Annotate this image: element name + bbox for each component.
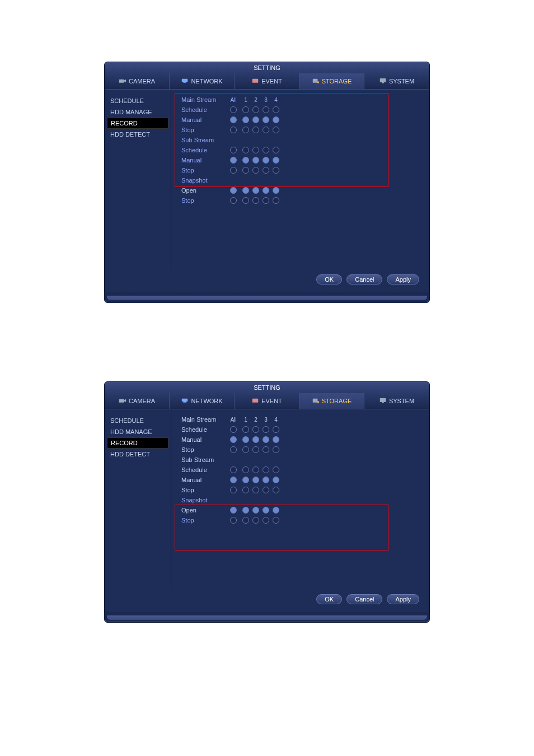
radio-main-stop-2[interactable] (252, 446, 259, 453)
radio-main-stop-1[interactable] (242, 127, 249, 133)
radio-main-stop-3[interactable] (263, 127, 269, 133)
sidebar-item-hdd-manage[interactable]: HDD MANAGE (105, 106, 171, 118)
radio-main-manual-2[interactable] (252, 436, 259, 443)
radio-sub-schedule-all[interactable] (230, 147, 237, 153)
tab-network[interactable]: NETWORK (170, 73, 235, 89)
radio-snap-stop-2[interactable] (252, 517, 259, 524)
radio-snap-stop-all[interactable] (230, 517, 237, 524)
radio-sub-stop-all[interactable] (230, 487, 237, 493)
radio-main-stop-3[interactable] (263, 446, 269, 453)
radio-sub-schedule-1[interactable] (242, 466, 249, 473)
radio-sub-manual-3[interactable] (263, 477, 269, 483)
radio-snap-stop-all[interactable] (230, 197, 237, 204)
radio-main-stop-4[interactable] (273, 446, 279, 453)
radio-snap-open-4[interactable] (273, 507, 279, 514)
radio-main-stop-1[interactable] (242, 446, 249, 453)
radio-snap-stop-3[interactable] (263, 197, 269, 204)
radio-main-manual-4[interactable] (273, 436, 279, 443)
radio-snap-stop-2[interactable] (252, 197, 259, 204)
cancel-button[interactable]: Cancel (346, 594, 382, 604)
ok-button[interactable]: OK (316, 274, 342, 284)
tab-system[interactable]: SYSTEM (364, 73, 429, 89)
apply-button[interactable]: Apply (387, 594, 419, 604)
radio-sub-schedule-all[interactable] (230, 466, 237, 473)
radio-sub-stop-1[interactable] (242, 487, 249, 493)
radio-main-stop-all[interactable] (230, 127, 237, 133)
radio-main-schedule-1[interactable] (242, 426, 249, 433)
radio-sub-stop-3[interactable] (263, 167, 269, 174)
tab-network[interactable]: NETWORK (170, 393, 235, 409)
radio-snap-stop-1[interactable] (242, 197, 249, 204)
radio-main-schedule-2[interactable] (252, 426, 259, 433)
radio-main-schedule-4[interactable] (273, 106, 279, 113)
radio-sub-manual-2[interactable] (252, 157, 259, 164)
radio-sub-manual-1[interactable] (242, 157, 249, 164)
radio-snap-stop-1[interactable] (242, 517, 249, 524)
radio-main-schedule-3[interactable] (263, 106, 269, 113)
radio-snap-open-1[interactable] (242, 187, 249, 194)
radio-sub-schedule-4[interactable] (273, 147, 279, 153)
apply-button[interactable]: Apply (387, 274, 419, 284)
tab-storage[interactable]: STORAGE (299, 73, 364, 89)
radio-sub-manual-3[interactable] (263, 157, 269, 164)
sidebar-item-hdd-detect[interactable]: HDD DETECT (105, 129, 171, 140)
sidebar-item-record[interactable]: RECORD (107, 437, 168, 449)
sidebar-item-schedule[interactable]: SCHEDULE (105, 415, 171, 426)
radio-main-schedule-1[interactable] (242, 106, 249, 113)
radio-main-stop-2[interactable] (252, 127, 259, 133)
ok-button[interactable]: OK (316, 594, 342, 604)
radio-main-schedule-all[interactable] (230, 106, 237, 113)
radio-sub-schedule-3[interactable] (263, 466, 269, 473)
tab-camera[interactable]: CAMERA (105, 73, 170, 89)
radio-sub-manual-2[interactable] (252, 477, 259, 483)
radio-sub-stop-4[interactable] (273, 167, 279, 174)
radio-main-manual-2[interactable] (252, 116, 259, 123)
radio-main-stop-all[interactable] (230, 446, 237, 453)
radio-sub-manual-all[interactable] (230, 477, 237, 483)
cancel-button[interactable]: Cancel (346, 274, 382, 284)
sidebar-item-hdd-detect[interactable]: HDD DETECT (105, 449, 171, 460)
radio-sub-manual-all[interactable] (230, 157, 237, 164)
radio-main-manual-4[interactable] (273, 116, 279, 123)
radio-main-manual-3[interactable] (263, 116, 269, 123)
radio-main-schedule-2[interactable] (252, 106, 259, 113)
radio-sub-manual-4[interactable] (273, 477, 279, 483)
sidebar-item-hdd-manage[interactable]: HDD MANAGE (105, 426, 171, 437)
tab-event[interactable]: EVENT (235, 393, 299, 409)
radio-main-schedule-3[interactable] (263, 426, 269, 433)
radio-snap-open-4[interactable] (273, 187, 279, 194)
radio-snap-stop-4[interactable] (273, 197, 279, 204)
radio-main-manual-all[interactable] (230, 116, 237, 123)
radio-snap-open-2[interactable] (252, 507, 259, 514)
radio-sub-schedule-3[interactable] (263, 147, 269, 153)
radio-snap-stop-4[interactable] (273, 517, 279, 524)
radio-main-manual-1[interactable] (242, 116, 249, 123)
radio-snap-open-3[interactable] (263, 187, 269, 194)
radio-sub-stop-4[interactable] (273, 487, 279, 493)
tab-storage[interactable]: STORAGE (299, 393, 364, 409)
radio-sub-schedule-4[interactable] (273, 466, 279, 473)
radio-main-schedule-all[interactable] (230, 426, 237, 433)
radio-sub-schedule-2[interactable] (252, 466, 259, 473)
sidebar-item-record[interactable]: RECORD (107, 118, 168, 129)
radio-main-manual-all[interactable] (230, 436, 237, 443)
radio-snap-stop-3[interactable] (263, 517, 269, 524)
radio-sub-stop-1[interactable] (242, 167, 249, 174)
radio-sub-manual-4[interactable] (273, 157, 279, 164)
radio-main-manual-1[interactable] (242, 436, 249, 443)
radio-sub-stop-3[interactable] (263, 487, 269, 493)
radio-snap-open-1[interactable] (242, 507, 249, 514)
tab-system[interactable]: SYSTEM (364, 393, 429, 409)
tab-event[interactable]: EVENT (235, 73, 299, 89)
radio-snap-open-all[interactable] (230, 507, 237, 514)
radio-main-stop-4[interactable] (273, 127, 279, 133)
radio-sub-manual-1[interactable] (242, 477, 249, 483)
radio-sub-schedule-1[interactable] (242, 147, 249, 153)
radio-snap-open-2[interactable] (252, 187, 259, 194)
radio-snap-open-3[interactable] (263, 507, 269, 514)
radio-main-manual-3[interactable] (263, 436, 269, 443)
radio-main-schedule-4[interactable] (273, 426, 279, 433)
radio-snap-open-all[interactable] (230, 187, 237, 194)
radio-sub-stop-all[interactable] (230, 167, 237, 174)
radio-sub-stop-2[interactable] (252, 167, 259, 174)
